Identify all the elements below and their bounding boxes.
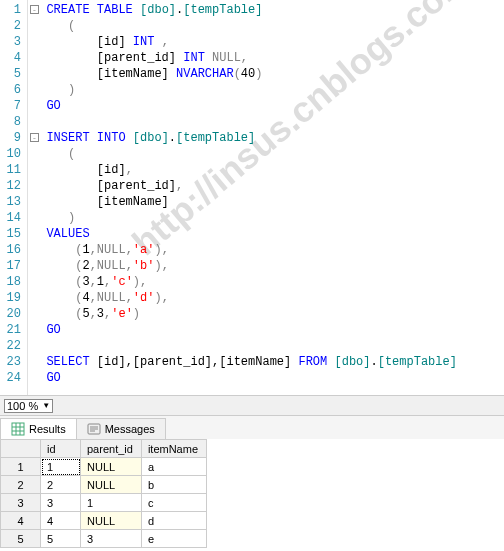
line-number: 8: [2, 114, 21, 130]
cell-id[interactable]: 2: [41, 476, 81, 494]
table-row[interactable]: 553e: [1, 530, 207, 548]
line-number: 22: [2, 338, 21, 354]
row-header[interactable]: 4: [1, 512, 41, 530]
cell-parent-id[interactable]: 1: [81, 494, 142, 512]
line-number: 17: [2, 258, 21, 274]
line-number: 19: [2, 290, 21, 306]
table-row[interactable]: 331c: [1, 494, 207, 512]
line-number: 5: [2, 66, 21, 82]
line-number: 18: [2, 274, 21, 290]
cell-parent-id[interactable]: NULL: [81, 458, 142, 476]
zoom-bar: 100 % ▼: [0, 395, 504, 415]
line-number: 24: [2, 370, 21, 386]
row-header[interactable]: 3: [1, 494, 41, 512]
line-number: 9: [2, 130, 21, 146]
cell-itemname[interactable]: a: [141, 458, 206, 476]
line-number: 3: [2, 34, 21, 50]
cell-id[interactable]: 3: [41, 494, 81, 512]
table-row[interactable]: 44NULLd: [1, 512, 207, 530]
results-grid[interactable]: id parent_id itemName 11NULLa22NULLb331c…: [0, 439, 504, 548]
result-tabs: Results Messages: [0, 415, 504, 439]
line-number: 20: [2, 306, 21, 322]
line-gutter: 123456789101112131415161718192021222324: [0, 0, 28, 395]
table-row[interactable]: 11NULLa: [1, 458, 207, 476]
line-number: 23: [2, 354, 21, 370]
row-header[interactable]: 5: [1, 530, 41, 548]
cell-id[interactable]: 5: [41, 530, 81, 548]
tab-label: Messages: [105, 423, 155, 435]
col-header-parent-id[interactable]: parent_id: [81, 440, 142, 458]
line-number: 11: [2, 162, 21, 178]
cell-parent-id[interactable]: NULL: [81, 512, 142, 530]
messages-icon: [87, 422, 101, 436]
line-number: 12: [2, 178, 21, 194]
cell-id[interactable]: 1: [41, 458, 81, 476]
tab-results[interactable]: Results: [0, 418, 77, 439]
col-header-itemname[interactable]: itemName: [141, 440, 206, 458]
line-number: 6: [2, 82, 21, 98]
col-header-id[interactable]: id: [41, 440, 81, 458]
line-number: 10: [2, 146, 21, 162]
cell-parent-id[interactable]: NULL: [81, 476, 142, 494]
cell-itemname[interactable]: d: [141, 512, 206, 530]
line-number: 13: [2, 194, 21, 210]
row-header[interactable]: 1: [1, 458, 41, 476]
fold-icon[interactable]: -: [30, 5, 39, 14]
row-header[interactable]: 2: [1, 476, 41, 494]
chevron-down-icon: ▼: [42, 401, 50, 410]
sql-editor[interactable]: 123456789101112131415161718192021222324 …: [0, 0, 504, 395]
tab-messages[interactable]: Messages: [76, 418, 166, 439]
grid-corner: [1, 440, 41, 458]
cell-itemname[interactable]: e: [141, 530, 206, 548]
grid-icon: [11, 422, 25, 436]
line-number: 15: [2, 226, 21, 242]
cell-parent-id[interactable]: 3: [81, 530, 142, 548]
line-number: 2: [2, 18, 21, 34]
line-number: 14: [2, 210, 21, 226]
line-number: 16: [2, 242, 21, 258]
svg-rect-0: [12, 423, 24, 435]
line-number: 21: [2, 322, 21, 338]
cell-itemname[interactable]: c: [141, 494, 206, 512]
line-number: 7: [2, 98, 21, 114]
zoom-value: 100 %: [7, 400, 38, 412]
code-area[interactable]: http://insus.cnblogs.com - CREATE TABLE …: [28, 0, 504, 395]
cell-id[interactable]: 4: [41, 512, 81, 530]
fold-icon[interactable]: -: [30, 133, 39, 142]
table-row[interactable]: 22NULLb: [1, 476, 207, 494]
line-number: 4: [2, 50, 21, 66]
tab-label: Results: [29, 423, 66, 435]
line-number: 1: [2, 2, 21, 18]
cell-itemname[interactable]: b: [141, 476, 206, 494]
zoom-select[interactable]: 100 % ▼: [4, 399, 53, 413]
